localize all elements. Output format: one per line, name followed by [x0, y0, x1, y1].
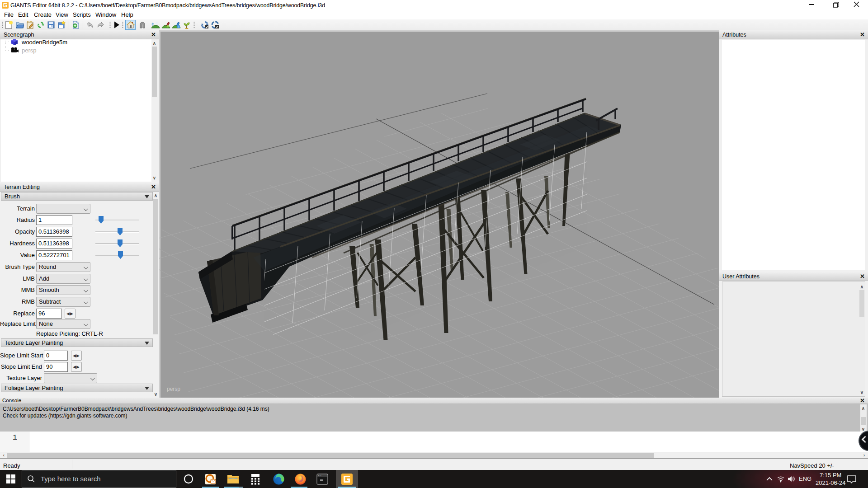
svg-text:i: i [178, 25, 179, 28]
svg-text:C:\: C:\ [318, 475, 322, 477]
